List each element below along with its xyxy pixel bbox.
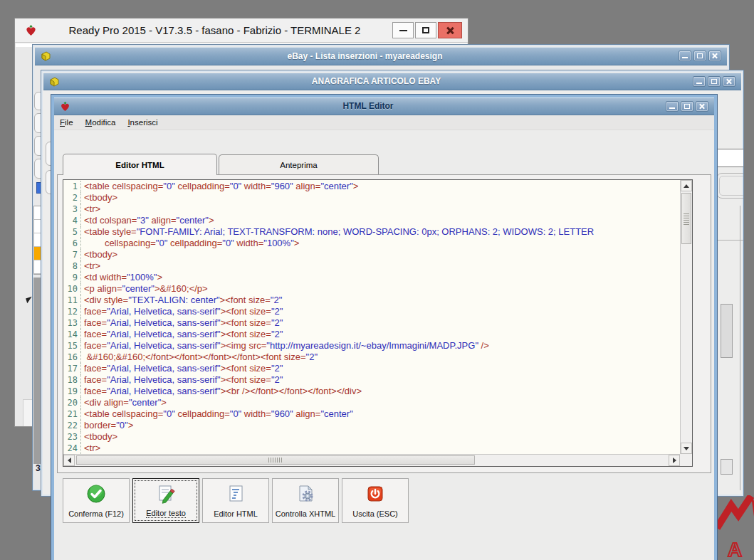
close-icon — [726, 78, 733, 85]
minimize-button[interactable] — [666, 101, 679, 112]
maximize-icon — [697, 53, 703, 58]
button-partial[interactable] — [716, 173, 744, 199]
scrollbar-thumb[interactable] — [721, 304, 733, 358]
editor-testo-button[interactable]: Editor testo — [132, 478, 199, 523]
ebay-title: eBay - Lista inserzioni - myareadesign — [51, 51, 679, 61]
panel-border — [740, 206, 740, 490]
arrow-up-icon — [684, 184, 689, 188]
text-field-partial[interactable] — [716, 149, 744, 167]
horizontal-scrollbar[interactable] — [63, 454, 680, 466]
yellow-package-icon — [49, 76, 60, 87]
conferma-button[interactable]: Conferma (F12) — [63, 478, 130, 523]
readypro-titlebar[interactable]: Ready Pro 2015 - V17.3.5 - fasano - Fabr… — [15, 19, 468, 43]
uscita-button[interactable]: Uscita (ESC) — [342, 478, 409, 523]
arrow-down-icon — [684, 447, 689, 450]
close-icon — [446, 26, 454, 35]
maximize-icon — [684, 104, 690, 109]
close-icon — [699, 103, 706, 110]
minimize-icon — [669, 107, 675, 109]
maximize-button[interactable] — [708, 76, 721, 87]
minimize-button[interactable] — [392, 22, 414, 38]
menubar: File Modifica Inserisci — [54, 115, 714, 130]
scroll-down-button[interactable] — [681, 443, 692, 454]
desktop-logo-red-icon: A — [716, 495, 754, 560]
editor-panel: 1<table cellspacing="0" cellpadding="0" … — [57, 174, 711, 473]
scroll-right-button[interactable] — [669, 455, 680, 466]
html-editor-titlebar[interactable]: HTML Editor — [54, 97, 714, 115]
readypro-title: Ready Pro 2015 - V17.3.5 - fasano - Fabr… — [37, 24, 392, 36]
html-editor-title: HTML Editor — [70, 101, 666, 111]
controlla-xhtml-button[interactable]: Controlla XHTML — [272, 478, 339, 523]
scroll-left-button[interactable] — [63, 455, 75, 466]
text-editor-pencil-icon — [156, 484, 176, 504]
editor-html-button[interactable]: Editor HTML — [202, 478, 269, 523]
xhtml-gear-doc-icon — [295, 484, 315, 504]
minimize-button[interactable] — [679, 51, 691, 61]
button-label: Conferma (F12) — [68, 509, 124, 518]
horizontal-scrollbar-thumb[interactable] — [76, 455, 475, 465]
minimize-button[interactable] — [693, 76, 706, 87]
arrow-left-icon — [68, 458, 71, 463]
status-count: 3 — [36, 463, 41, 473]
scrollbar-corner — [680, 454, 692, 466]
arrow-right-icon — [673, 458, 676, 463]
button-label: Editor testo — [146, 509, 186, 518]
button-label: Controlla XHTML — [276, 509, 335, 518]
minimize-icon — [696, 83, 702, 84]
grip-icon — [268, 458, 283, 463]
tab-editor-html[interactable]: Editor HTML — [63, 154, 217, 175]
menu-inserisci[interactable]: Inserisci — [127, 118, 157, 127]
maximize-icon — [422, 27, 429, 33]
maximize-button[interactable] — [681, 101, 693, 112]
code-editor[interactable]: 1<table cellspacing="0" cellpadding="0" … — [63, 179, 693, 467]
confirm-check-icon — [86, 484, 106, 504]
grip-icon — [684, 212, 689, 225]
yellow-package-icon — [41, 51, 51, 61]
button-label: Uscita (ESC) — [352, 509, 398, 518]
minimize-icon — [682, 57, 688, 58]
anagrafica-titlebar[interactable]: ANAGRAFICA ARTICOLO EBAY — [43, 73, 741, 90]
maximize-button[interactable] — [415, 22, 436, 38]
close-icon — [712, 53, 718, 59]
vertical-scrollbar-thumb[interactable] — [681, 193, 691, 244]
minimize-icon — [399, 30, 407, 31]
scroll-up-button[interactable] — [681, 180, 692, 191]
strawberry-icon — [60, 101, 70, 112]
window-html-editor: HTML Editor File Modifica Inserisci Edit… — [51, 95, 717, 560]
code-lines[interactable]: 1<table cellspacing="0" cellpadding="0" … — [63, 181, 680, 454]
ebay-titlebar[interactable]: eBay - Lista inserzioni - myareadesign — [35, 47, 727, 65]
svg-text:A: A — [728, 539, 742, 560]
bottom-toolbar: Conferma (F12) Editor testo Editor HTML … — [63, 478, 409, 523]
html-code-doc-icon — [226, 484, 246, 504]
scrollbar-button[interactable] — [721, 459, 733, 475]
menu-file[interactable]: File — [60, 118, 73, 127]
vertical-scrollbar[interactable] — [680, 180, 692, 454]
desktop: A Ready Pro 2015 - V17.3.5 - fasano - Fa… — [0, 0, 754, 560]
close-button[interactable] — [723, 76, 735, 87]
strawberry-icon — [25, 24, 37, 36]
maximize-icon — [711, 79, 717, 84]
anagrafica-title: ANAGRAFICA ARTICOLO EBAY — [60, 76, 693, 86]
menu-modifica[interactable]: Modifica — [85, 118, 116, 127]
tab-anteprima[interactable]: Anteprima — [219, 154, 379, 175]
close-button[interactable] — [708, 51, 721, 61]
power-exit-icon — [365, 484, 385, 504]
close-button[interactable] — [696, 101, 708, 112]
button-label: Editor HTML — [214, 509, 258, 518]
close-button[interactable] — [438, 22, 462, 38]
maximize-button[interactable] — [693, 51, 706, 61]
